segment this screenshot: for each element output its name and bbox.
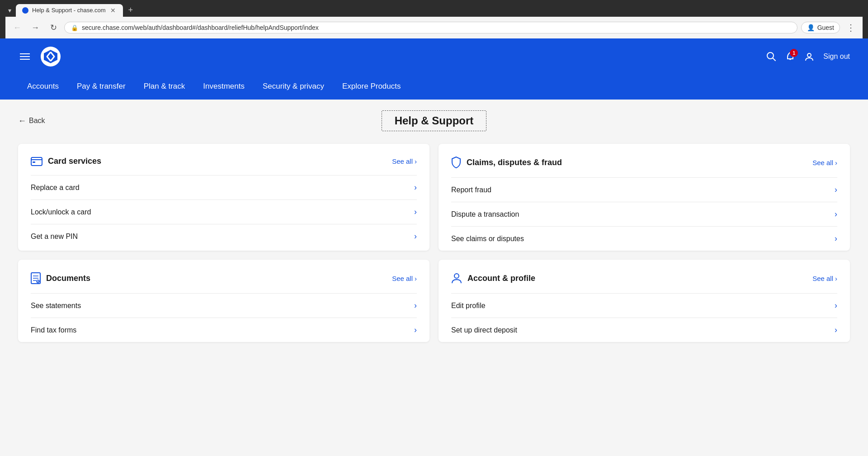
set-up-direct-deposit-item[interactable]: Set up direct deposit ›: [451, 318, 837, 342]
account-profile-title: Account & profile: [467, 274, 535, 283]
lock-unlock-card-item[interactable]: Lock/unlock a card ›: [31, 200, 417, 224]
new-tab-button[interactable]: +: [125, 4, 137, 17]
back-button[interactable]: ← Back: [18, 116, 45, 126]
edit-profile-item[interactable]: Edit profile ›: [451, 293, 837, 318]
browser-menu-button[interactable]: ⋮: [844, 20, 858, 35]
svg-rect-6: [33, 162, 35, 163]
account-profile-header: Account & profile See all ›: [451, 272, 837, 284]
chase-top-bar: 1 Sign out: [18, 38, 850, 75]
browser-tabs: ▾ Help & Support - chase.com ✕ +: [5, 4, 863, 17]
documents-see-all[interactable]: See all ›: [392, 275, 417, 282]
chase-header-right: 1 Sign out: [766, 52, 850, 62]
account-profile-items: Edit profile › Set up direct deposit ›: [451, 293, 837, 342]
profile-label: Guest: [817, 24, 834, 31]
nav-explore-products[interactable]: Explore Products: [333, 75, 410, 100]
search-button[interactable]: [766, 52, 776, 62]
claims-disputes-title: Claims, disputes & fraud: [467, 158, 562, 167]
lock-icon: 🔒: [71, 24, 78, 31]
account-profile-see-all[interactable]: See all ›: [812, 275, 837, 282]
nav-accounts[interactable]: Accounts: [18, 75, 68, 100]
arrow-right-icon: ›: [414, 183, 417, 192]
chevron-right-icon: ›: [835, 275, 837, 282]
new-pin-item[interactable]: Get a new PIN ›: [31, 224, 417, 248]
documents-items: See statements › Find tax forms ›: [31, 293, 417, 342]
see-claims-disputes-item[interactable]: See claims or disputes ›: [451, 226, 837, 251]
tab-close-button[interactable]: ✕: [109, 7, 117, 14]
documents-title: Documents: [46, 274, 90, 283]
arrow-right-icon: ›: [835, 185, 837, 195]
svg-rect-4: [31, 157, 42, 166]
sign-out-button[interactable]: Sign out: [823, 52, 850, 61]
user-account-button[interactable]: [804, 52, 814, 62]
documents-header: Documents See all ›: [31, 272, 417, 284]
chase-app: 1 Sign out Accounts Pay & transfer Plan …: [0, 38, 868, 371]
notifications-button[interactable]: 1: [785, 52, 795, 62]
svg-point-12: [454, 274, 459, 278]
claims-disputes-items: Report fraud › Dispute a transaction › S…: [451, 177, 837, 251]
card-services-items: Replace a card › Lock/unlock a card › Ge…: [31, 175, 417, 248]
claims-disputes-header: Claims, disputes & fraud See all ›: [451, 157, 837, 168]
search-icon: [766, 52, 776, 62]
back-label: Back: [29, 117, 45, 125]
chevron-right-icon: ›: [415, 157, 417, 165]
report-fraud-item[interactable]: Report fraud ›: [451, 177, 837, 202]
page-content: ← Back Help & Support: [0, 100, 868, 371]
page-header: ← Back Help & Support: [18, 110, 850, 131]
dispute-transaction-item[interactable]: Dispute a transaction ›: [451, 202, 837, 226]
cards-grid: Card services See all › Replace a card ›…: [18, 144, 850, 342]
account-profile-icon: [451, 272, 462, 284]
documents-card: Documents See all › See statements › Fin…: [18, 260, 429, 342]
browser-chrome: ▾ Help & Support - chase.com ✕ + ← → ↻ 🔒…: [0, 0, 868, 38]
active-tab[interactable]: Help & Support - chase.com ✕: [16, 4, 123, 17]
notification-badge: 1: [790, 49, 798, 57]
user-icon: [804, 52, 814, 62]
arrow-right-icon: ›: [414, 325, 417, 335]
arrow-right-icon: ›: [835, 325, 837, 335]
chase-header: 1 Sign out Accounts Pay & transfer Plan …: [0, 38, 868, 100]
svg-line-2: [773, 58, 776, 61]
arrow-right-icon: ›: [414, 301, 417, 310]
account-profile-card: Account & profile See all › Edit profile…: [439, 260, 850, 342]
profile-button[interactable]: 👤 Guest: [801, 22, 840, 33]
arrow-right-icon: ›: [414, 207, 417, 217]
browser-toolbar: ← → ↻ 🔒 👤 Guest ⋮: [5, 17, 863, 38]
nav-investments[interactable]: Investments: [194, 75, 254, 100]
forward-nav-button[interactable]: →: [28, 20, 42, 35]
card-services-icon: [31, 157, 42, 166]
chevron-right-icon: ›: [835, 159, 837, 166]
arrow-right-icon: ›: [835, 301, 837, 310]
tab-favicon: [22, 7, 28, 14]
find-tax-forms-item[interactable]: Find tax forms ›: [31, 318, 417, 342]
nav-plan-track[interactable]: Plan & track: [135, 75, 194, 100]
profile-icon: 👤: [807, 24, 815, 31]
claims-disputes-card: Claims, disputes & fraud See all › Repor…: [439, 144, 850, 251]
tab-title: Help & Support - chase.com: [32, 7, 106, 14]
back-nav-button[interactable]: ←: [10, 20, 24, 35]
hamburger-menu-button[interactable]: [18, 52, 32, 62]
nav-security-privacy[interactable]: Security & privacy: [254, 75, 333, 100]
card-services-see-all[interactable]: See all ›: [392, 157, 417, 165]
card-services-header: Card services See all ›: [31, 157, 417, 166]
chase-logo-svg: [42, 48, 59, 65]
arrow-right-icon: ›: [835, 209, 837, 219]
address-input[interactable]: [82, 24, 791, 31]
documents-icon: [31, 272, 41, 284]
shield-icon: [451, 157, 461, 168]
see-statements-item[interactable]: See statements ›: [31, 293, 417, 318]
page-title: Help & Support: [395, 114, 474, 127]
svg-point-3: [807, 53, 811, 57]
back-arrow-icon: ←: [18, 116, 26, 126]
page-title-container: Help & Support: [382, 110, 487, 131]
arrow-right-icon: ›: [835, 234, 837, 243]
address-bar[interactable]: 🔒: [64, 22, 797, 33]
replace-card-item[interactable]: Replace a card ›: [31, 175, 417, 200]
chase-header-left: [18, 47, 61, 66]
card-services-card: Card services See all › Replace a card ›…: [18, 144, 429, 251]
nav-pay-transfer[interactable]: Pay & transfer: [68, 75, 135, 100]
chase-logo[interactable]: [41, 47, 61, 66]
svg-marker-0: [43, 49, 58, 64]
tab-list-button[interactable]: ▾: [5, 5, 14, 16]
card-services-title: Card services: [48, 157, 101, 166]
claims-disputes-see-all[interactable]: See all ›: [812, 159, 837, 166]
reload-button[interactable]: ↻: [46, 20, 61, 35]
